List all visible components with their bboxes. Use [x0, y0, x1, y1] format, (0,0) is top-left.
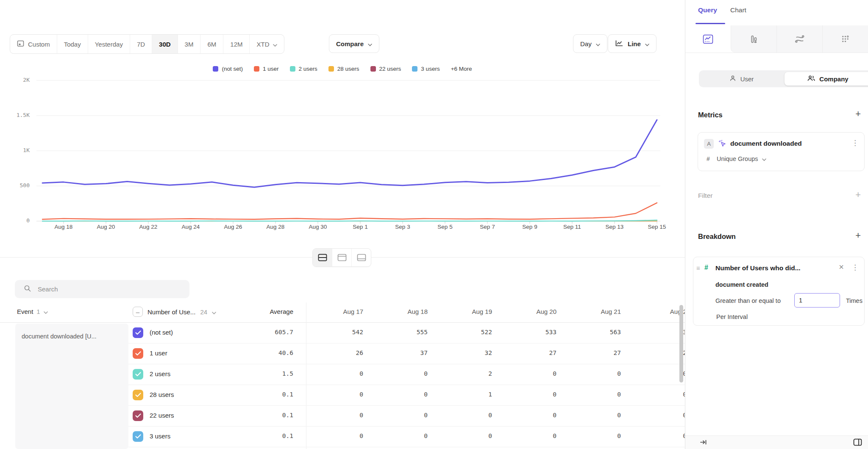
chevron-down-icon	[368, 40, 372, 47]
toggle-company[interactable]: Company	[785, 72, 868, 86]
row-checkbox[interactable]	[133, 390, 143, 400]
date-column-header[interactable]: Aug 20	[492, 308, 556, 315]
tab-grid-chart[interactable]	[822, 25, 868, 53]
chart-top-view-icon	[337, 254, 347, 261]
event-column-header[interactable]: Event 1	[17, 308, 48, 315]
tab-line-chart[interactable]	[685, 25, 731, 53]
breakdown-event-name[interactable]: document created	[715, 281, 768, 288]
metric-menu-button[interactable]: ⋮	[851, 139, 859, 147]
breakdown-per-interval-label[interactable]: Per Interval	[716, 313, 748, 320]
legend-item[interactable]: 2 users	[290, 66, 317, 72]
average-column-header[interactable]: Average	[217, 308, 293, 315]
layout-chart-button[interactable]	[332, 249, 352, 266]
range-6m[interactable]: 6M	[200, 35, 223, 53]
interval-dropdown[interactable]: Day	[573, 34, 607, 53]
value-cell: 1	[428, 391, 492, 398]
value-cell: 533	[492, 329, 556, 335]
value-cell: 0	[363, 432, 428, 439]
range-7d[interactable]: 7D	[130, 35, 152, 53]
breakdown-unit-label: Times	[846, 297, 862, 304]
date-range-group: CustomTodayYesterday7D30D3M6M12MXTD	[10, 34, 284, 54]
layout-toggle	[312, 248, 371, 267]
tab-query[interactable]: Query	[698, 6, 717, 14]
chart-type-dropdown[interactable]: Line	[608, 34, 657, 53]
row-label: 1 user	[150, 349, 167, 357]
layout-split-button[interactable]	[313, 249, 332, 266]
legend-item[interactable]: 22 users	[370, 66, 401, 72]
legend-more[interactable]: +6 More	[451, 66, 472, 72]
metric-badge: A	[704, 139, 714, 149]
add-metric-button[interactable]: +	[855, 109, 861, 119]
indeterminate-checkbox[interactable]: –	[133, 307, 143, 317]
chart-type-label: Line	[628, 40, 641, 47]
add-filter-button[interactable]: +	[855, 190, 861, 200]
value-cell: 0	[621, 391, 685, 398]
value-cell: 0	[492, 391, 556, 398]
search-input[interactable]	[37, 285, 178, 293]
date-column-headers: Aug 17Aug 18Aug 19Aug 20Aug 21Aug 2	[299, 308, 685, 315]
x-tick-label: Sep 11	[553, 224, 592, 230]
row-checkbox[interactable]	[133, 348, 143, 359]
breakdown-title[interactable]: Number of Users who did...	[715, 264, 801, 272]
table-header: Event 1 – Number of Use... 24 Average Au…	[0, 302, 685, 323]
legend-label: 22 users	[379, 66, 401, 72]
layout-table-button[interactable]	[352, 249, 371, 266]
toggle-user-label: User	[740, 75, 754, 83]
legend-swatch	[412, 66, 417, 72]
range-yesterday[interactable]: Yesterday	[88, 35, 130, 53]
value-cell: 0	[556, 432, 621, 439]
tab-chart[interactable]: Chart	[730, 6, 746, 14]
breakdown-condition-label[interactable]: Greater than or equal to	[715, 297, 781, 304]
value-cell: 0	[299, 391, 363, 398]
chevron-down-icon	[44, 308, 48, 315]
close-icon[interactable]: ×	[839, 263, 844, 271]
tab-bar-chart[interactable]	[731, 25, 776, 53]
range-3m[interactable]: 3M	[178, 35, 201, 53]
range-12m[interactable]: 12M	[223, 35, 250, 53]
legend-item[interactable]: (not set)	[213, 66, 243, 72]
line-chart[interactable]	[0, 78, 685, 231]
legend-item[interactable]: 3 users	[412, 66, 440, 72]
tab-flow-chart[interactable]	[776, 25, 822, 53]
row-average: 605.7	[234, 329, 293, 335]
date-column-header[interactable]: Aug 17	[299, 308, 363, 315]
range-custom[interactable]: Custom	[10, 35, 57, 53]
toggle-user[interactable]: User	[699, 70, 784, 87]
group-column-header[interactable]: – Number of Use... 24	[133, 307, 216, 317]
range-today[interactable]: Today	[57, 35, 88, 53]
range-label: 7D	[137, 41, 145, 48]
toggle-sidebar-icon[interactable]	[853, 438, 862, 448]
value-cell: 555	[363, 329, 428, 335]
date-column-header[interactable]: Aug 2	[621, 308, 685, 315]
user-company-toggle: User Company	[699, 70, 868, 87]
range-xtd[interactable]: XTD	[250, 35, 284, 53]
row-checkbox[interactable]	[133, 410, 143, 421]
compare-label: Compare	[336, 40, 364, 47]
legend-item[interactable]: 1 user	[254, 66, 279, 72]
add-breakdown-button[interactable]: +	[855, 231, 861, 240]
date-column-header[interactable]: Aug 19	[428, 308, 492, 315]
metric-event-name[interactable]: document downloaded	[730, 140, 802, 147]
row-checkbox[interactable]	[133, 327, 143, 338]
table-body: (not set)605.7542555522533563531 user40.…	[128, 323, 685, 447]
aggregation-dropdown[interactable]: Unique Groups	[717, 155, 766, 162]
breakdown-menu-button[interactable]: ⋮	[851, 264, 859, 272]
legend-item[interactable]: 28 users	[328, 66, 359, 72]
range-label: Today	[64, 41, 81, 48]
drag-handle-icon[interactable]: ≡	[696, 264, 700, 272]
compare-button[interactable]: Compare	[329, 34, 379, 53]
collapse-panel-icon[interactable]	[700, 439, 707, 447]
breakdown-value-input[interactable]	[794, 293, 840, 308]
range-30d[interactable]: 30D	[152, 35, 178, 53]
date-column-header[interactable]: Aug 18	[363, 308, 428, 315]
row-average: 40.6	[234, 349, 293, 356]
event-list-cell[interactable]: document downloaded [U...	[15, 324, 128, 449]
date-column-header[interactable]: Aug 21	[556, 308, 621, 315]
dash-icon: –	[136, 309, 139, 315]
table-scrollbar[interactable]	[679, 305, 683, 382]
row-checkbox[interactable]	[133, 431, 143, 442]
x-tick-label: Sep 15	[637, 224, 676, 230]
row-checkbox[interactable]	[133, 369, 143, 380]
value-cell: 2	[428, 370, 492, 377]
metric-card[interactable]: A document downloaded ⋮ # Unique Groups	[698, 132, 865, 171]
